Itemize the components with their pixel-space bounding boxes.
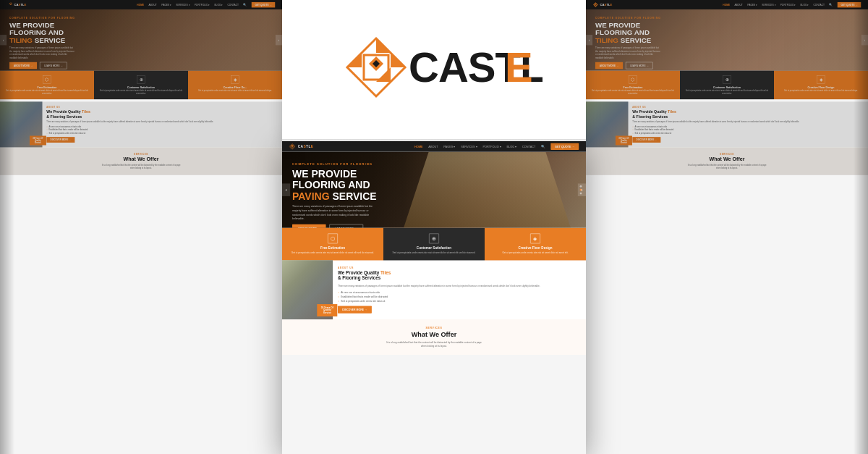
- svg-text:E: E: [505, 43, 532, 91]
- center-panel: CASTLE HOME ABOUT PAGES ▾ SERVICES ▾ POR…: [282, 141, 586, 454]
- svg-marker-9: [376, 67, 391, 82]
- svg-marker-10: [347, 53, 362, 67]
- left-panel: CASTLE HOME ABOUT PAGES ▾ SERVICES ▾ POR…: [0, 0, 282, 454]
- svg-marker-8: [391, 53, 405, 67]
- logo-box: CASTL E: [282, 0, 586, 141]
- right-panel: CASTLE HOME ABOUT PAGES ▾ SERVICES ▾ POR…: [586, 0, 868, 454]
- castle-logo: CASTL E: [326, 28, 542, 114]
- svg-marker-7: [376, 38, 391, 53]
